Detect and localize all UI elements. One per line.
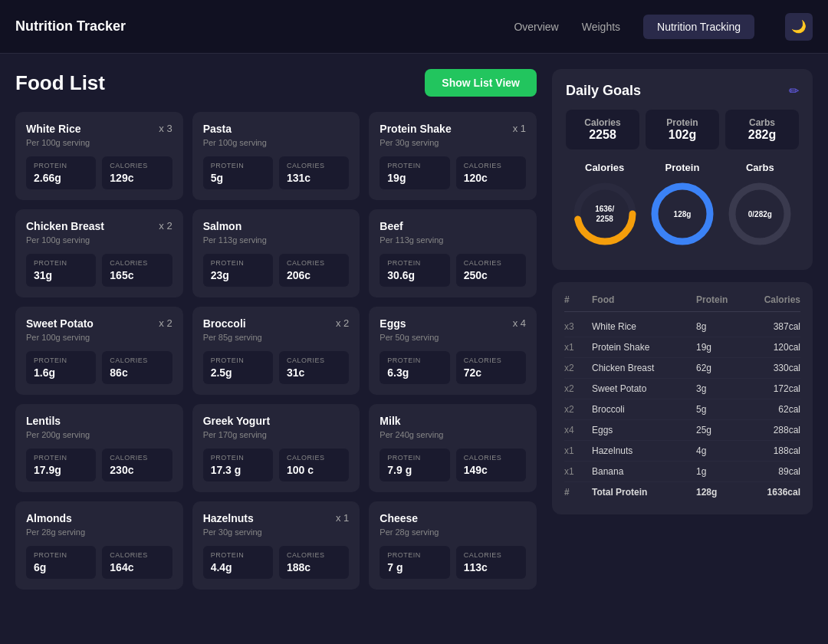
table-row: x3 White Rice 8g 387cal bbox=[564, 317, 800, 337]
row-calories: 330cal bbox=[747, 363, 800, 373]
food-protein-stat: PROTEIN 17.3 g bbox=[203, 449, 273, 481]
goal-protein-label: Protein bbox=[656, 117, 708, 128]
food-card-header: Milk bbox=[380, 415, 526, 427]
food-name: White Rice bbox=[26, 123, 81, 135]
food-multiplier: x 1 bbox=[336, 512, 349, 524]
col-calories: Calories bbox=[747, 294, 800, 305]
calories-value: 120c bbox=[464, 172, 518, 184]
total-protein: 128g bbox=[696, 487, 742, 498]
protein-value: 17.9g bbox=[34, 464, 88, 476]
show-list-button[interactable]: Show List View bbox=[425, 69, 537, 97]
nav-links: Overview Weights Nutrition Tracking 🌙 bbox=[514, 13, 813, 41]
calories-label: CALORIES bbox=[110, 356, 164, 364]
row-protein: 19g bbox=[696, 342, 742, 353]
food-protein-stat: PROTEIN 30.6g bbox=[380, 254, 449, 287]
protein-label: PROTEIN bbox=[211, 259, 265, 267]
page-title: Food List bbox=[15, 71, 105, 95]
row-mult: x3 bbox=[564, 321, 587, 332]
food-card: Pasta Per 100g serving PROTEIN 5g CALORI… bbox=[192, 112, 360, 200]
row-calories: 89cal bbox=[747, 466, 800, 477]
chart-calories-label: Calories bbox=[570, 162, 639, 173]
row-food: Broccoli bbox=[592, 404, 692, 415]
goal-protein: Protein 102g bbox=[646, 110, 719, 150]
calories-value: 250c bbox=[464, 269, 518, 281]
food-serving: Per 200g serving bbox=[26, 430, 172, 439]
row-mult: x2 bbox=[564, 404, 587, 415]
food-stats: PROTEIN 30.6g CALORIES 250c bbox=[380, 254, 526, 287]
nav-overview[interactable]: Overview bbox=[514, 21, 558, 33]
food-protein-stat: PROTEIN 2.66g bbox=[26, 156, 96, 189]
chart-protein-label: Protein bbox=[648, 162, 717, 173]
food-calories-stat: CALORIES 230c bbox=[102, 449, 172, 481]
table-row: x2 Broccoli 5g 62cal bbox=[564, 399, 800, 420]
food-card: Almonds Per 28g serving PROTEIN 6g CALOR… bbox=[15, 501, 183, 590]
food-card: Greek Yogurt Per 170g serving PROTEIN 17… bbox=[192, 404, 360, 492]
food-protein-stat: PROTEIN 7 g bbox=[380, 546, 449, 579]
food-serving: Per 240g serving bbox=[380, 430, 526, 439]
food-calories-stat: CALORIES 165c bbox=[102, 254, 172, 287]
table-body: x3 White Rice 8g 387cal x1 Protein Shake… bbox=[564, 317, 800, 502]
protein-value: 31g bbox=[34, 269, 88, 281]
edit-icon[interactable]: ✏ bbox=[789, 84, 799, 98]
left-panel: Food List Show List View White Rice x 3 … bbox=[15, 69, 552, 590]
row-protein: 1g bbox=[696, 466, 742, 477]
food-multiplier: x 2 bbox=[336, 317, 349, 329]
goal-calories-label: Calories bbox=[577, 117, 629, 128]
food-name: Hazelnuts bbox=[203, 512, 254, 524]
food-calories-stat: CALORIES 100 c bbox=[279, 449, 349, 481]
food-card: Lentils Per 200g serving PROTEIN 17.9g C… bbox=[15, 404, 183, 492]
calories-label: CALORIES bbox=[110, 162, 164, 169]
chart-carbs: Carbs 0/282g bbox=[725, 162, 794, 248]
nav-nutrition-tracking[interactable]: Nutrition Tracking bbox=[643, 15, 754, 39]
food-card: Protein Shake x 1 Per 30g serving PROTEI… bbox=[369, 112, 537, 200]
food-multiplier: x 3 bbox=[159, 123, 172, 134]
food-serving: Per 28g serving bbox=[380, 527, 526, 537]
food-stats: PROTEIN 2.66g CALORIES 129c bbox=[26, 156, 172, 189]
protein-value: 17.3 g bbox=[211, 464, 265, 476]
calories-value: 100 c bbox=[287, 464, 341, 476]
protein-label: PROTEIN bbox=[387, 162, 442, 169]
food-card-header: Pasta bbox=[203, 123, 350, 135]
food-card: Eggs x 4 Per 50g serving PROTEIN 6.3g CA… bbox=[369, 307, 537, 395]
food-calories-stat: CALORIES 120c bbox=[456, 156, 526, 189]
calories-label: CALORIES bbox=[287, 356, 341, 364]
food-serving: Per 50g serving bbox=[380, 333, 526, 342]
food-card-header: Lentils bbox=[26, 415, 172, 427]
donut-calories-text: 1636/2258 bbox=[595, 204, 614, 224]
table-row: x1 Protein Shake 19g 120cal bbox=[564, 337, 800, 358]
food-stats: PROTEIN 5g CALORIES 131c bbox=[203, 156, 350, 189]
table-row: x4 Eggs 25g 288cal bbox=[564, 420, 800, 441]
dark-mode-toggle[interactable]: 🌙 bbox=[785, 13, 813, 41]
row-calories: 188cal bbox=[747, 445, 800, 456]
protein-label: PROTEIN bbox=[211, 356, 265, 364]
daily-goals-card: Daily Goals ✏ Calories 2258 Protein 102g… bbox=[552, 69, 813, 270]
food-serving: Per 28g serving bbox=[26, 527, 172, 537]
donut-protein-text: 128g bbox=[674, 209, 692, 219]
food-card-header: White Rice x 3 bbox=[26, 123, 172, 135]
calories-label: CALORIES bbox=[110, 454, 164, 462]
protein-label: PROTEIN bbox=[211, 454, 265, 462]
calories-label: CALORIES bbox=[287, 454, 341, 462]
donut-calories: 1636/2258 bbox=[570, 179, 639, 248]
row-food: Chicken Breast bbox=[592, 363, 692, 373]
food-stats: PROTEIN 6.3g CALORIES 72c bbox=[380, 351, 526, 384]
food-calories-stat: CALORIES 250c bbox=[456, 254, 526, 287]
row-calories: 120cal bbox=[747, 342, 800, 353]
protein-value: 2.66g bbox=[34, 172, 88, 184]
goal-protein-value: 102g bbox=[656, 128, 708, 142]
food-name: Broccoli bbox=[203, 317, 246, 330]
protein-label: PROTEIN bbox=[387, 454, 442, 462]
calories-value: 230c bbox=[110, 464, 164, 476]
calories-value: 72c bbox=[464, 366, 518, 379]
protein-label: PROTEIN bbox=[387, 551, 442, 559]
protein-value: 1.6g bbox=[34, 366, 88, 379]
food-name: Pasta bbox=[203, 123, 232, 135]
food-serving: Per 113g serving bbox=[380, 235, 526, 245]
nav-weights[interactable]: Weights bbox=[582, 21, 620, 33]
chart-protein: Protein 128g bbox=[648, 162, 717, 248]
food-multiplier: x 4 bbox=[513, 317, 526, 329]
food-card: Beef Per 113g serving PROTEIN 30.6g CALO… bbox=[369, 209, 537, 297]
food-card: Hazelnuts x 1 Per 30g serving PROTEIN 4.… bbox=[192, 501, 360, 590]
calories-value: 31c bbox=[287, 366, 341, 379]
row-food: White Rice bbox=[592, 321, 692, 332]
